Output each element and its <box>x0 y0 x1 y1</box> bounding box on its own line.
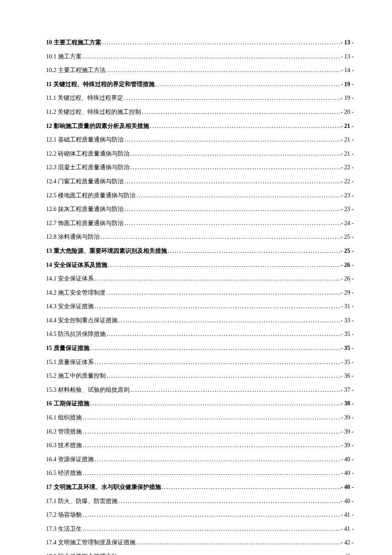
toc-entry-label: 17.3 生活卫生 <box>46 525 82 533</box>
toc-entry-label: 16.5 经济措施 <box>46 469 82 477</box>
toc-entry-page: - 42 - <box>341 538 354 547</box>
toc-entry-label: 12.3 混凝土工程质量通病与防治 <box>46 163 130 172</box>
toc-entry-page: - 35 - <box>341 330 354 338</box>
toc-entry-leader <box>106 66 341 75</box>
toc-entry-leader <box>118 497 341 506</box>
toc-entry-label: 16.4 资源保证措施 <box>46 455 94 464</box>
toc-entry: 10 主要工程施工方案- 13 - <box>46 38 354 47</box>
toc-entry-page: - 35 - <box>341 358 354 367</box>
toc-entry-page: - 14 - <box>341 66 354 75</box>
toc-entry-page: - 37 - <box>341 386 354 394</box>
toc-entry: 14.2 施工安全管理制度- 29 - <box>46 289 354 297</box>
toc-entry-page: - 40 - <box>341 469 354 477</box>
toc-entry-label: 12.8 涂料通病与防治 <box>46 233 100 241</box>
toc-entry-label: 12.4 门窗工程质量通病与防治 <box>46 177 124 186</box>
toc-entry-page: - 19 - <box>341 94 354 102</box>
toc-entry-leader <box>123 94 340 102</box>
toc-entry-page: - 40 - <box>341 497 354 506</box>
toc-entry-label: 16.3 技术措施 <box>46 441 82 450</box>
table-of-contents: 10 主要工程施工方案- 13 -10.1 施工方案- 13 -10.2 主要工… <box>46 38 354 555</box>
toc-entry: 14.1 安全保证体系- 26 - <box>46 275 354 283</box>
toc-entry-page: - 24 - <box>341 219 354 228</box>
toc-entry-leader <box>82 511 341 519</box>
toc-entry-leader <box>124 136 341 144</box>
toc-entry: 17.4 文明施工管理制度及保证措施- 42 - <box>46 538 354 547</box>
toc-entry-page: - 41 - <box>341 525 354 533</box>
toc-entry-page: - 22 - <box>341 177 354 186</box>
toc-entry-leader <box>155 80 341 89</box>
toc-entry: 14.3 安全保证措施- 31 - <box>46 302 354 311</box>
toc-entry: 14 安全保证体系及措施- 26 - <box>46 261 354 269</box>
toc-entry-page: - 39 - <box>341 428 354 436</box>
toc-entry: 16.4 资源保证措施- 40 - <box>46 455 354 464</box>
toc-entry: 15.1 质量保证体系- 35 - <box>46 358 354 367</box>
toc-entry-label: 16 工期保证措施 <box>46 399 89 408</box>
toc-entry-label: 17.4 文明施工管理制度及保证措施 <box>46 538 135 547</box>
toc-entry-page: - 26 - <box>341 261 354 269</box>
toc-entry-leader <box>94 455 341 464</box>
toc-entry-label: 12 影响施工质量的因素分析及相关措施 <box>46 122 149 130</box>
toc-entry-label: 11.2 关键过程、特殊过程的施工控制 <box>46 108 141 116</box>
toc-entry-label: 14.5 防汛抗洪保障措施 <box>46 330 106 338</box>
toc-entry: 12.7 饰面工程质量通病与防治- 24 - <box>46 219 354 228</box>
toc-entry-page: - 38 - <box>341 399 354 408</box>
toc-entry-leader <box>82 469 341 477</box>
toc-entry-leader <box>82 413 341 422</box>
toc-entry: 17.2 场容场貌- 41 - <box>46 511 354 519</box>
toc-entry-leader <box>135 538 341 547</box>
toc-entry-label: 13 重大危险源、重要环境因素识别及相关措施 <box>46 247 167 255</box>
toc-entry-page: - 19 - <box>341 80 354 89</box>
toc-entry-page: - 21 - <box>341 150 354 158</box>
toc-entry-page: - 23 - <box>341 205 354 214</box>
toc-entry-leader <box>106 330 341 338</box>
toc-entry-label: 11 关键过程、特殊过程的界定和管理措施 <box>46 80 155 89</box>
toc-entry-page: - 40 - <box>341 483 354 491</box>
toc-entry-leader <box>149 122 341 130</box>
toc-entry: 16.1 组织措施- 39 - <box>46 413 354 422</box>
toc-entry: 11.2 关键过程、特殊过程的施工控制- 20 - <box>46 108 354 116</box>
toc-entry: 17.3 生活卫生- 41 - <box>46 525 354 533</box>
toc-entry: 16.2 管理措施- 39 - <box>46 428 354 436</box>
toc-entry-page: - 41 - <box>341 511 354 519</box>
toc-entry-label: 17.1 防火、防爆、防雷措施 <box>46 497 118 506</box>
toc-entry-label: 12.7 饰面工程质量通病与防治 <box>46 219 124 228</box>
toc-entry-page: - 35 - <box>341 344 354 353</box>
toc-entry-page: - 20 - <box>341 108 354 116</box>
toc-entry-leader <box>141 108 340 116</box>
toc-entry: 12.1 基础工程质量通病与防治- 21 - <box>46 136 354 144</box>
toc-entry-leader <box>130 163 341 172</box>
toc-entry-leader <box>100 233 341 241</box>
toc-entry-label: 15.2 施工中的质量控制 <box>46 372 106 380</box>
toc-entry: 17 文明施工及环境、水与职业健康保护措施- 40 - <box>46 483 354 491</box>
toc-entry-label: 17.2 场容场貌 <box>46 511 82 519</box>
toc-entry: 12.8 涂料通病与防治- 25 - <box>46 233 354 241</box>
toc-entry: 17.1 防火、防爆、防雷措施- 40 - <box>46 497 354 506</box>
toc-entry-page: - 13 - <box>341 38 354 47</box>
toc-entry-page: - 21 - <box>341 122 354 130</box>
toc-entry-label: 12.1 基础工程质量通病与防治 <box>46 136 124 144</box>
toc-entry-leader <box>82 441 341 450</box>
toc-entry: 10.1 施工方案- 13 - <box>46 52 354 61</box>
toc-entry-leader <box>106 372 341 380</box>
toc-entry-page: - 26 - <box>341 275 354 283</box>
toc-entry-page: - 36 - <box>341 372 354 380</box>
toc-entry-page: - 33 - <box>341 316 354 325</box>
toc-entry-label: 16.2 管理措施 <box>46 428 82 436</box>
toc-entry-page: - 25 - <box>341 247 354 255</box>
toc-entry: 11 关键过程、特殊过程的界定和管理措施- 19 - <box>46 80 354 89</box>
toc-entry: 13 重大危险源、重要环境因素识别及相关措施- 25 - <box>46 247 354 255</box>
toc-entry-leader <box>118 552 341 555</box>
toc-entry-leader <box>161 483 341 491</box>
toc-entry: 10.2 主要工程施工方法- 14 - <box>46 66 354 75</box>
toc-entry-leader <box>124 205 341 214</box>
toc-entry-label: 17 文明施工及环境、水与职业健康保护措施 <box>46 483 161 491</box>
toc-entry-leader <box>82 525 341 533</box>
toc-entry-label: 12.2 砖砌体工程质量通病与防治 <box>46 150 130 158</box>
toc-entry-leader <box>130 150 341 158</box>
toc-entry-leader <box>89 344 341 353</box>
toc-entry-leader <box>130 386 341 394</box>
toc-entry-label: 10 主要工程施工方案 <box>46 38 101 47</box>
toc-entry-page: - 39 - <box>341 413 354 422</box>
toc-entry-leader <box>124 219 341 228</box>
toc-entry: 16 工期保证措施- 38 - <box>46 399 354 408</box>
